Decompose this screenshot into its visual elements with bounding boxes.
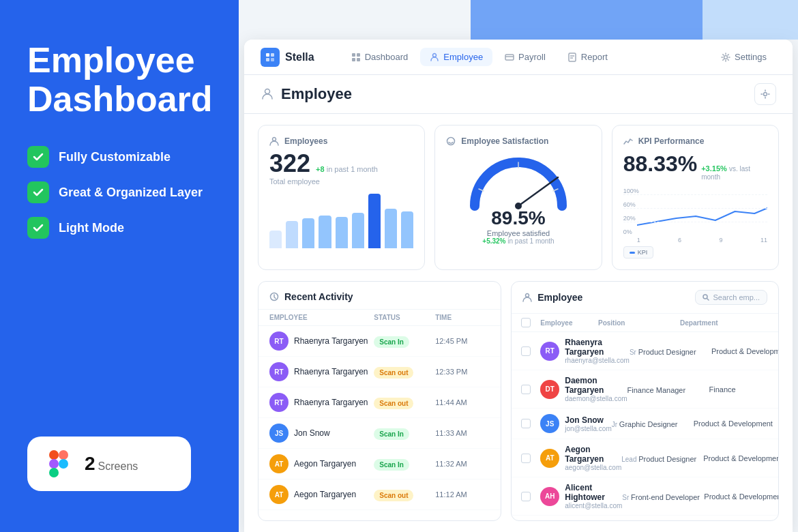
emp-email: alicent@stella.com — [565, 502, 622, 509]
position-level: Sr — [622, 494, 631, 501]
emp-name: Aegon Targaryen — [294, 490, 356, 499]
svg-point-21 — [273, 138, 276, 141]
dept-cell: Product & Development — [703, 454, 779, 462]
emp-email: daemon@stella.com — [565, 395, 627, 402]
status-cell: Scan In — [374, 335, 435, 348]
nav-item-dashboard[interactable]: Dashboard — [342, 48, 418, 66]
emp-table-header: Employee Search emp... — [512, 282, 778, 314]
svg-point-4 — [59, 459, 68, 469]
app-window: Stella Dashboard Employee Payroll Repor — [244, 40, 793, 532]
recent-title: Recent Activity — [284, 291, 353, 302]
position-text: Front-end Developer — [631, 493, 700, 501]
search-placeholder: Search emp... — [713, 293, 760, 301]
svg-rect-10 — [357, 53, 360, 57]
position-cell: Jr Graphic Designer — [612, 417, 694, 430]
nav-item-employee[interactable]: Employee — [420, 48, 492, 66]
employees-bar-chart — [269, 194, 413, 248]
employee-count: 322 — [269, 151, 310, 176]
avatar: RT — [540, 342, 559, 361]
emp-email: jon@stella.com — [565, 425, 612, 432]
svg-line-23 — [518, 177, 558, 206]
row-check[interactable] — [521, 419, 531, 428]
deco-bar-1 — [239, 0, 471, 40]
row-check[interactable] — [521, 385, 531, 394]
recent-icon — [269, 292, 279, 301]
status-cell: Scan out — [374, 488, 435, 501]
position-text: Product Designer — [638, 455, 696, 463]
employees-icon — [269, 136, 279, 146]
emp-info-cell: AH Alicent Hightower alicent@stella.com — [540, 483, 622, 509]
emp-name: Rhaenyra Targaryen — [294, 336, 368, 346]
row-checkbox[interactable] — [521, 419, 540, 428]
table-row: AT Aegon Targaryen Scan out 11:12 AM — [258, 479, 501, 510]
emp-email: rhaenyra@stella.com — [565, 357, 630, 364]
left-title: Employee Dashboard — [27, 41, 211, 119]
emp-info: Jon Snow jon@stella.com — [565, 415, 612, 432]
emp-info: Daemon Targaryen daemon@stella.com — [565, 376, 627, 402]
kpi-card: KPI Performance 88.33% +3.15% vs. last m… — [612, 125, 779, 270]
svg-point-13 — [433, 53, 437, 57]
avatar: AH — [540, 487, 559, 506]
emp-full-name: Jon Snow — [565, 415, 612, 425]
time-cell: 12:45 PM — [435, 337, 490, 345]
dept-cell: Finance — [709, 385, 779, 394]
emp-name: Rhaenyra Targaryen — [294, 367, 368, 376]
row-checkbox[interactable] — [521, 346, 540, 356]
table-row: JS Jon Snow Scan In 11:33 AM — [258, 418, 501, 449]
badge-count: 2 — [85, 453, 95, 475]
satisfaction-icon — [446, 136, 456, 146]
row-checkbox[interactable] — [521, 454, 540, 463]
employee-cell: JS Jon Snow — [269, 424, 374, 443]
search-box[interactable]: Search emp... — [695, 290, 767, 305]
nav-logo: Stella — [261, 48, 314, 67]
emp-info: Alicent Hightower alicent@stella.com — [565, 483, 622, 509]
header-checkbox[interactable] — [521, 318, 531, 327]
svg-point-18 — [724, 55, 728, 59]
kpi-title: KPI Performance — [638, 136, 705, 146]
row-checkbox[interactable] — [521, 492, 540, 501]
kpi-value: 88.33% — [623, 151, 698, 177]
gauge-change: +5.32% in past 1 month — [482, 237, 554, 245]
employee-table-card: Employee Search emp... Employee Position… — [511, 281, 779, 521]
position-text: Finance Manager — [627, 386, 686, 394]
row-check[interactable] — [521, 346, 531, 356]
employee-change: +8 in past 1 month — [316, 165, 378, 173]
emp-info-cell: DT Daemon Targaryen daemon@stella.com — [540, 376, 627, 402]
svg-point-20 — [764, 93, 767, 96]
svg-point-22 — [447, 138, 455, 145]
kpi-icon — [623, 136, 633, 146]
emp-row: AT Aegon Targaryen aegon@stella.com Lead… — [512, 439, 778, 477]
gauge-svg — [464, 151, 573, 213]
svg-rect-5 — [266, 53, 269, 57]
satisfaction-title: Employee Satisfaction — [461, 136, 548, 146]
avatar: RT — [269, 393, 289, 412]
row-check[interactable] — [521, 492, 531, 501]
nav-item-payroll[interactable]: Payroll — [495, 48, 555, 66]
status-badge: Scan In — [374, 428, 409, 440]
employees-card-title: Employees — [284, 136, 327, 146]
row-checkbox[interactable] — [521, 385, 540, 394]
avatar: RT — [269, 331, 289, 351]
position-cell: Sr Product Designer — [630, 345, 711, 357]
emp-row: DT Daemon Targaryen daemon@stella.com Fi… — [512, 370, 778, 409]
emp-info-cell: JS Jon Snow jon@stella.com — [540, 414, 612, 433]
page-icon — [261, 87, 274, 101]
table-row: RT Rhaenyra Targaryen Scan out 11:44 AM — [258, 387, 501, 418]
svg-point-19 — [265, 89, 270, 94]
right-panel: Stella Dashboard Employee Payroll Repor — [239, 0, 798, 532]
emp-name: Aegon Targaryen — [294, 459, 356, 469]
kpi-change: +3.15% vs. last month — [701, 164, 767, 181]
svg-rect-8 — [271, 58, 274, 61]
page-title-area: Employee — [261, 85, 352, 103]
avatar: JS — [540, 414, 559, 433]
emp-full-name: Aegon Targaryen — [565, 445, 621, 464]
row-check[interactable] — [521, 454, 531, 463]
logo-text: Stella — [285, 51, 314, 63]
page-settings-button[interactable] — [754, 83, 776, 105]
nav-item-settings[interactable]: Settings — [711, 48, 776, 66]
emp-table-title: Employee — [537, 292, 689, 303]
nav-item-report[interactable]: Report — [558, 48, 617, 66]
employee-cell: AT Aegon Targaryen — [269, 485, 374, 504]
svg-rect-11 — [352, 58, 355, 61]
time-cell: 12:33 PM — [435, 368, 490, 376]
